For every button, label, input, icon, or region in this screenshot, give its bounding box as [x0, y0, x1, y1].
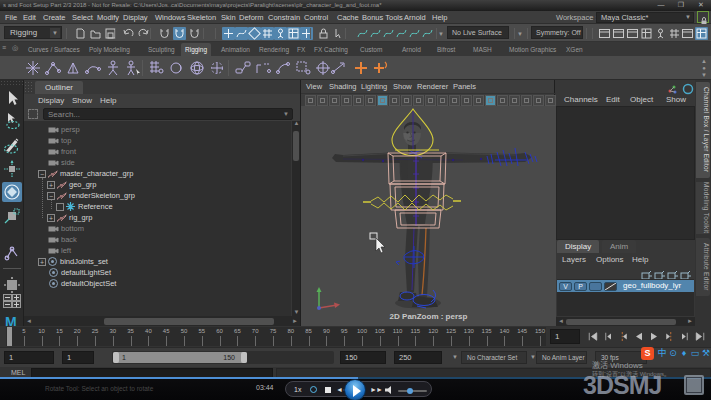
- parent-constraint-icon[interactable]: [234, 59, 252, 77]
- shelf-tab-motion-graphics[interactable]: Motion Graphics: [505, 43, 560, 56]
- undo-icon[interactable]: [122, 27, 135, 40]
- character-controls-button-icon[interactable]: [654, 27, 667, 40]
- sidebar-tab-modeling-toolkit[interactable]: Modeling Toolkit: [696, 182, 710, 234]
- outliner-menu-show[interactable]: Show: [72, 94, 92, 107]
- menu-modify[interactable]: Modify: [97, 11, 119, 24]
- wireframe-icon[interactable]: [473, 95, 484, 106]
- two-d-pan-zoom-icon[interactable]: [377, 95, 388, 106]
- open-scene-icon[interactable]: [89, 27, 102, 40]
- select-misc-icon[interactable]: [300, 27, 313, 40]
- hypershade-button-icon[interactable]: [640, 27, 653, 40]
- shelf-tab-xgen[interactable]: XGen: [562, 43, 587, 56]
- loop-button[interactable]: [310, 386, 317, 393]
- outliner-item-rig_grp[interactable]: +rig_grp: [24, 212, 291, 223]
- select-joints-icon[interactable]: [274, 27, 287, 40]
- outliner-item-left[interactable]: left: [24, 245, 291, 256]
- outliner-item-defaultlightset[interactable]: defaultLightSet: [24, 267, 291, 278]
- stop-button[interactable]: [325, 387, 331, 393]
- outliner-item-bindjoints_set[interactable]: +bindJoints_set: [24, 256, 291, 267]
- viewport-menu-renderer[interactable]: Renderer: [417, 80, 448, 93]
- playback-start-field[interactable]: 1: [62, 351, 94, 364]
- select-handles-icon[interactable]: [287, 27, 300, 40]
- shelf-menu-icon[interactable]: ≡: [2, 44, 10, 54]
- layer-color-swatch[interactable]: [604, 282, 617, 291]
- channel-box-menu-edit[interactable]: Edit: [606, 93, 620, 106]
- ik-handle-icon[interactable]: [64, 59, 82, 77]
- step-forward-frame-button[interactable]: [677, 328, 692, 344]
- tree-expander-icon[interactable]: +: [47, 181, 55, 189]
- layer-menu-layers[interactable]: Layers: [562, 253, 586, 266]
- anim-layer-selector[interactable]: No Anim Layer: [536, 351, 587, 364]
- filter-icon[interactable]: [28, 109, 38, 119]
- chevron-down-icon[interactable]: ▼: [438, 31, 444, 37]
- outliner-item-persp[interactable]: persp: [24, 124, 291, 135]
- step-forward-key-button[interactable]: [662, 328, 677, 344]
- shelf-tab-fx[interactable]: FX: [293, 43, 309, 56]
- viewport-menu-show[interactable]: Show: [393, 80, 412, 93]
- remove-influence-icon[interactable]: [372, 59, 390, 77]
- go-to-end-button[interactable]: [693, 328, 708, 344]
- image-plane-icon[interactable]: [353, 95, 364, 106]
- play-backwards-button[interactable]: [631, 328, 646, 344]
- tree-expander-icon[interactable]: −: [47, 192, 55, 200]
- shelf-overflow-arrows[interactable]: ▲●▼: [700, 58, 708, 78]
- motion-blur-icon[interactable]: [545, 95, 556, 106]
- viewport-menu-lighting[interactable]: Lighting: [361, 80, 387, 93]
- menu-windows[interactable]: Windows: [155, 11, 185, 24]
- layer-scrollbar[interactable]: ◄►: [556, 317, 695, 326]
- menu-create[interactable]: Create: [43, 11, 66, 24]
- menu-arnold[interactable]: Arnold: [404, 11, 426, 24]
- modeling-toolkit-button-icon[interactable]: [695, 27, 708, 40]
- make-live-6-icon[interactable]: [421, 27, 434, 40]
- select-surfaces-icon[interactable]: [248, 27, 261, 40]
- outliner-menu-help[interactable]: Help: [100, 94, 116, 107]
- ime-chinese-icon[interactable]: 中: [657, 348, 667, 359]
- grease-pencil-icon[interactable]: [365, 95, 376, 106]
- layer-menu-help[interactable]: Help: [632, 253, 648, 266]
- paint-effects-button-icon[interactable]: [681, 27, 694, 40]
- chevron-down-icon[interactable]: ▼: [517, 31, 523, 37]
- lock-workspace-icon[interactable]: [697, 11, 709, 23]
- menu-select[interactable]: Select: [72, 11, 93, 24]
- time-slider[interactable]: 5101520253035404550556065707580859095100…: [0, 326, 711, 347]
- single-perspective-layout-icon[interactable]: [2, 275, 22, 295]
- locator-icon[interactable]: [24, 59, 42, 77]
- snap-to-point-icon[interactable]: [188, 27, 201, 40]
- current-frame-field[interactable]: 1: [550, 329, 580, 344]
- range-slider-track[interactable]: 1 150: [112, 351, 334, 364]
- point-constraint-icon[interactable]: [254, 59, 272, 77]
- render-view-button-icon[interactable]: [598, 27, 611, 40]
- lock-selection-icon[interactable]: [317, 27, 330, 40]
- outliner-search-input[interactable]: Search...▼: [43, 108, 293, 120]
- shelf-tab-sculpting[interactable]: Sculpting: [144, 43, 179, 56]
- outliner-tab[interactable]: Outliner: [35, 81, 83, 94]
- render-settings-button-icon[interactable]: [612, 27, 625, 40]
- play-button[interactable]: [344, 379, 366, 400]
- screen-capture-icon[interactable]: S: [641, 347, 654, 360]
- ime-shape-icon[interactable]: ⊙: [668, 348, 678, 359]
- chevron-down-icon[interactable]: ▼: [452, 354, 458, 360]
- camera-attributes-icon[interactable]: [329, 95, 340, 106]
- asset-editor-button-icon[interactable]: [668, 27, 681, 40]
- select-tool-icon[interactable]: [2, 88, 22, 108]
- outliner-item-renderskeleton_grp[interactable]: −renderSkeleton_grp: [24, 190, 291, 201]
- current-time-marker[interactable]: [7, 327, 12, 346]
- make-live-4-icon[interactable]: [395, 27, 408, 40]
- layer-move-layer-up-icon[interactable]: [667, 267, 678, 278]
- live-surface-field[interactable]: No Live Surface: [447, 26, 509, 39]
- outliner-item-reference[interactable]: Reference: [24, 201, 291, 212]
- snap-to-grid-icon[interactable]: [158, 27, 171, 40]
- shelf-tab-mash[interactable]: MASH: [469, 43, 496, 56]
- volume-icon[interactable]: [385, 386, 394, 394]
- layer-move-layer-down-icon[interactable]: [680, 267, 691, 278]
- menu-set-selector[interactable]: Rigging▼: [4, 26, 62, 39]
- step-back-frame-button[interactable]: [600, 328, 615, 344]
- outliner-item-geo_grp[interactable]: +geo_grp: [24, 179, 291, 190]
- sidebar-tab-attribute-editor[interactable]: Attribute Editor: [696, 238, 710, 296]
- workspace-selector[interactable]: Maya Classic*▼: [596, 12, 694, 23]
- layer-display-type[interactable]: [589, 282, 602, 291]
- tree-expander-icon[interactable]: +: [47, 214, 55, 222]
- range-end-handle[interactable]: [241, 352, 247, 363]
- humanik-character-icon[interactable]: [104, 59, 122, 77]
- outliner-item-front[interactable]: front: [24, 146, 291, 157]
